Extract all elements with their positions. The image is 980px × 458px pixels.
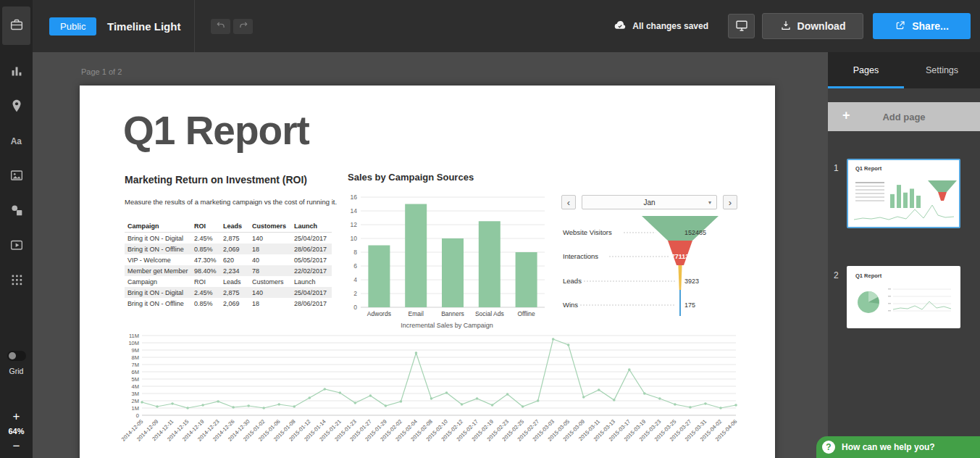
left-toolbar: Aa Grid + 64% − (0, 0, 33, 458)
sidebar-tool-text[interactable]: Aa (8, 133, 25, 151)
editor-canvas[interactable]: Page 1 of 2 Q1 Report Marketing Return o… (33, 52, 828, 458)
svg-text:Email: Email (409, 310, 424, 317)
sidebar-tool-charts[interactable] (8, 64, 25, 81)
toggle-knob (9, 352, 16, 359)
table-row: Bring it ON - Offline0.85%2,0691828/06/2… (125, 298, 332, 309)
tab-pages[interactable]: Pages (828, 52, 904, 88)
table-row: Bring it ON - Digital2.45%2,87514025/04/… (125, 233, 332, 244)
funnel-period-nav: ‹ Jan ▾ › (561, 194, 737, 210)
table-cell: 140 (249, 233, 291, 244)
bar-chart[interactable]: 0246810121416AdwordsEmailBannersSocial A… (342, 188, 548, 329)
table-header-cell: Leads (220, 220, 249, 233)
page-thumbnail-2[interactable]: Q1 Report (847, 266, 960, 328)
svg-text:1M: 1M (132, 405, 139, 412)
zoom-in-button[interactable]: + (13, 410, 20, 422)
download-button[interactable]: Download (762, 13, 863, 39)
page-thumbnail-1[interactable]: Q1 Report (847, 159, 960, 228)
projects-button[interactable] (2, 7, 30, 45)
table-row: Bring it ON - Offline0.85%2,0691828/06/2… (125, 243, 332, 254)
panel-tabs: PagesSettings (828, 52, 980, 88)
help-button[interactable]: ? How can we help you? (816, 436, 980, 458)
help-label: How can we help you? (842, 442, 935, 452)
svg-text:11M: 11M (129, 333, 139, 339)
sidebar-tool-video[interactable] (8, 238, 25, 255)
table-cell: 98.40% (191, 265, 220, 276)
bar-chart-svg: 0246810121416AdwordsEmailBannersSocial A… (342, 188, 548, 326)
svg-text:4M: 4M (132, 383, 139, 390)
svg-text:Leads: Leads (563, 277, 582, 285)
tab-settings[interactable]: Settings (904, 52, 980, 88)
public-button[interactable]: Public (49, 17, 96, 36)
thumbnail-title: Q1 Report (855, 272, 881, 279)
roi-heading[interactable]: Marketing Return on Investment (ROI) (125, 174, 307, 186)
report-page[interactable]: Q1 Report Marketing Return on Investment… (80, 86, 775, 458)
download-label: Download (797, 20, 846, 32)
roi-description[interactable]: Measure the results of a marketing campa… (125, 198, 337, 206)
save-status: All changes saved (613, 0, 708, 52)
page-indicator: Page 1 of 2 (81, 67, 122, 76)
question-mark-icon: ? (822, 441, 835, 454)
bar-chart-title[interactable]: Sales by Campaign Sources (348, 172, 474, 183)
svg-text:Website Visitors: Website Visitors (563, 228, 612, 236)
grid-toggle-label: Grid (0, 367, 33, 375)
table-cell: 2,875 (220, 233, 249, 244)
download-icon (780, 20, 792, 33)
preview-button[interactable] (728, 14, 755, 38)
cloud-check-icon (613, 20, 627, 33)
sidebar-tool-elements[interactable] (8, 272, 25, 290)
undo-button[interactable] (211, 19, 230, 34)
report-title[interactable]: Q1 Report (123, 107, 309, 154)
grid-toggle[interactable] (7, 351, 26, 361)
svg-text:3923: 3923 (684, 278, 699, 285)
shapes-icon (9, 202, 25, 221)
page-1-preview (848, 173, 959, 225)
page-number: 2 (834, 266, 842, 328)
document-title[interactable]: Timeline Light (107, 0, 180, 52)
table-header-cell: ROI (191, 220, 220, 233)
zoom-out-button[interactable]: − (13, 440, 20, 452)
sidebar-tool-shapes[interactable] (8, 203, 25, 220)
table-cell: 140 (249, 287, 291, 298)
svg-text:175: 175 (684, 301, 695, 309)
table-cell: Leads (220, 276, 249, 287)
share-button[interactable]: Share... (873, 13, 971, 39)
elements-icon (9, 272, 25, 291)
table-cell: 2,069 (220, 298, 249, 309)
table-cell: 28/06/2017 (291, 243, 332, 254)
funnel-widget[interactable]: ‹ Jan ▾ › Website Visitors152485Interact… (561, 194, 737, 323)
table-cell: 18 (249, 298, 291, 309)
page-list-item: 1Q1 Report (828, 159, 980, 228)
sidebar-tool-maps[interactable] (8, 99, 25, 116)
funnel-next-button[interactable]: › (723, 195, 737, 209)
table-cell: 2.45% (191, 287, 220, 298)
topbar-divider (194, 0, 195, 52)
table-cell: 2,234 (220, 265, 249, 276)
redo-button[interactable] (233, 19, 253, 34)
table-header-cell: Campaign (125, 220, 191, 233)
table-cell: Bring it ON - Offline (125, 243, 191, 254)
svg-text:77113: 77113 (671, 253, 690, 260)
svg-text:0: 0 (136, 412, 139, 419)
svg-text:14: 14 (351, 207, 358, 215)
maps-icon (9, 98, 25, 117)
funnel-period-dropdown[interactable]: Jan ▾ (582, 195, 717, 209)
table-cell: VIP - Welcome (125, 254, 191, 265)
svg-text:Offline: Offline (517, 310, 535, 317)
table-header-cell: Customers (249, 220, 291, 233)
page-number: 1 (834, 159, 842, 228)
table-cell: 620 (220, 254, 249, 265)
table-cell: 25/04/2017 (291, 287, 332, 298)
roi-table[interactable]: CampaignROILeadsCustomersLaunchBring it … (125, 220, 332, 309)
timeline-chart[interactable]: 01M2M3M4M5M6M7M8M9M10M11M2014-12-052014-… (117, 328, 742, 458)
table-cell: ROI (191, 276, 220, 287)
svg-text:2M: 2M (132, 398, 139, 404)
table-cell: Customers (249, 276, 291, 287)
funnel-prev-button[interactable]: ‹ (561, 195, 576, 209)
table-cell: 0.85% (191, 298, 220, 309)
sidebar-tool-images[interactable] (8, 168, 25, 186)
table-cell: 78 (249, 265, 291, 276)
svg-text:Aa: Aa (10, 136, 22, 146)
table-header-row: CampaignROILeadsCustomersLaunch (125, 220, 332, 233)
svg-text:7M: 7M (132, 362, 139, 368)
add-page-button[interactable]: + Add page (828, 102, 980, 131)
